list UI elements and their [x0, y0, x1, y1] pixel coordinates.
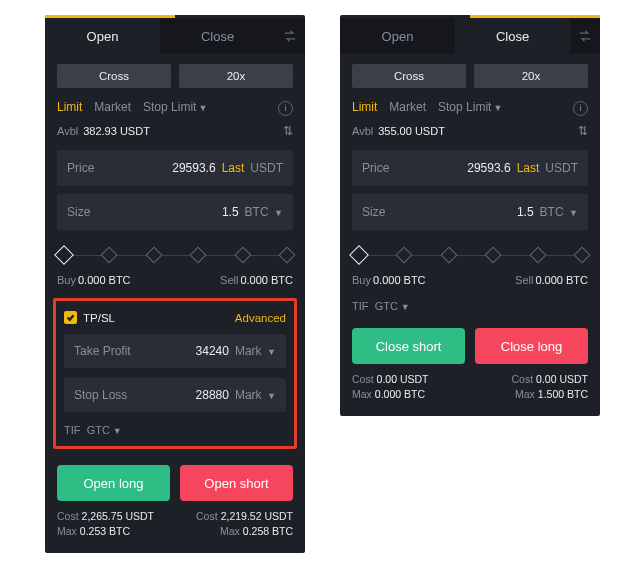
order-type-limit[interactable]: Limit	[352, 100, 377, 114]
tab-close[interactable]: Close	[160, 18, 275, 54]
margin-mode-button[interactable]: Cross	[57, 64, 171, 88]
stop-loss-input[interactable]: Stop Loss 28880 Mark ▼	[64, 378, 286, 412]
avbl-value: 355.00 USDT	[378, 125, 445, 137]
size-input[interactable]: Size 1.5 BTC ▼	[352, 194, 588, 230]
tif-value: GTC	[375, 300, 398, 312]
price-input[interactable]: Price 29593.6 Last USDT	[57, 150, 293, 186]
tif-row: TIF GTC▼	[340, 286, 600, 312]
max-long-label: Max	[515, 388, 535, 400]
margin-mode-button[interactable]: Cross	[352, 64, 466, 88]
cost-max-footer: Cost2,265.75 USDT Max0.253 BTC Cost2,219…	[57, 509, 293, 539]
open-long-button[interactable]: Open long	[57, 465, 170, 501]
open-close-tabs: Open Close	[340, 18, 600, 54]
slider-tick[interactable]	[190, 247, 207, 264]
price-label: Price	[67, 161, 94, 175]
price-last-button[interactable]: Last	[517, 161, 540, 175]
open-short-button[interactable]: Open short	[180, 465, 293, 501]
order-type-tabs: Limit Market Stop Limit▼ i	[45, 94, 305, 116]
cost-max-footer: Cost0.00 USDT Max0.000 BTC Cost0.00 USDT…	[352, 372, 588, 402]
size-label: Size	[362, 205, 385, 219]
tpsl-advanced-link[interactable]: Advanced	[235, 312, 286, 324]
buy-value: 0.000 BTC	[373, 274, 426, 286]
settings-icon[interactable]	[275, 18, 305, 54]
sell-value: 0.000 BTC	[535, 274, 588, 286]
chevron-down-icon: ▼	[493, 103, 502, 113]
chevron-down-icon: ▼	[567, 208, 578, 218]
chevron-down-icon: ▼	[401, 302, 410, 312]
slider-tick[interactable]	[440, 247, 457, 264]
avbl-label: Avbl	[352, 125, 373, 137]
size-unit: BTC	[540, 205, 564, 219]
tpsl-checkbox[interactable]	[64, 311, 77, 324]
order-type-stoplimit[interactable]: Stop Limit▼	[438, 100, 502, 114]
chevron-down-icon: ▼	[265, 347, 276, 357]
leverage-button[interactable]: 20x	[474, 64, 588, 88]
info-icon[interactable]: i	[573, 100, 588, 116]
settings-icon[interactable]	[570, 18, 600, 54]
available-balance-row: Avbl 382.93 USDT ⇅	[45, 116, 305, 142]
slider-handle[interactable]	[349, 245, 369, 265]
chevron-down-icon: ▼	[272, 208, 283, 218]
chevron-down-icon: ▼	[265, 391, 276, 401]
slider-tick[interactable]	[396, 247, 413, 264]
tab-close[interactable]: Close	[455, 18, 570, 54]
tpsl-header: TP/SL Advanced	[64, 311, 286, 324]
take-profit-input[interactable]: Take Profit 34240 Mark ▼	[64, 334, 286, 368]
size-value: 1.5	[517, 205, 534, 219]
slider-tick[interactable]	[234, 247, 251, 264]
slider-tick[interactable]	[529, 247, 546, 264]
action-buttons: Open long Open short	[57, 465, 293, 501]
buy-sell-readout: Buy0.000 BTC Sell0.000 BTC	[45, 268, 305, 286]
order-type-limit[interactable]: Limit	[57, 100, 82, 114]
order-type-stoplimit-label: Stop Limit	[143, 100, 196, 114]
price-unit: USDT	[250, 161, 283, 175]
size-slider[interactable]	[340, 230, 600, 268]
order-type-stoplimit[interactable]: Stop Limit▼	[143, 100, 207, 114]
max-long-value: 1.500 BTC	[538, 388, 588, 400]
order-type-market[interactable]: Market	[389, 100, 426, 114]
sell-value: 0.000 BTC	[240, 274, 293, 286]
slider-tick[interactable]	[574, 247, 591, 264]
close-long-button[interactable]: Close long	[475, 328, 588, 364]
cost-long-label: Cost	[57, 510, 79, 522]
sl-basis-select[interactable]: Mark ▼	[235, 388, 276, 402]
tp-basis-select[interactable]: Mark ▼	[235, 344, 276, 358]
margin-leverage-bar: Cross 20x	[45, 54, 305, 94]
slider-tick[interactable]	[485, 247, 502, 264]
size-input[interactable]: Size 1.5 BTC ▼	[57, 194, 293, 230]
leverage-button[interactable]: 20x	[179, 64, 293, 88]
swap-icon[interactable]: ⇅	[578, 124, 588, 138]
order-type-market[interactable]: Market	[94, 100, 131, 114]
price-value: 29593.6	[172, 161, 215, 175]
tif-select[interactable]: GTC▼	[87, 424, 122, 436]
chevron-down-icon: ▼	[198, 103, 207, 113]
sl-value: 28880	[196, 388, 229, 402]
tif-label: TIF	[352, 300, 369, 312]
size-unit-select[interactable]: BTC ▼	[540, 205, 578, 219]
slider-tick[interactable]	[145, 247, 162, 264]
size-slider[interactable]	[45, 230, 305, 268]
sl-label: Stop Loss	[74, 388, 127, 402]
swap-icon[interactable]: ⇅	[283, 124, 293, 138]
slider-handle[interactable]	[54, 245, 74, 265]
max-long-value: 0.253 BTC	[80, 525, 130, 537]
info-icon[interactable]: i	[278, 100, 293, 116]
cost-short-label: Cost	[352, 373, 374, 385]
tab-open[interactable]: Open	[45, 18, 160, 54]
price-last-button[interactable]: Last	[222, 161, 245, 175]
close-short-button[interactable]: Close short	[352, 328, 465, 364]
tp-label: Take Profit	[74, 344, 131, 358]
tif-select[interactable]: GTC▼	[375, 300, 410, 312]
buy-label: Buy	[57, 274, 76, 286]
size-unit: BTC	[245, 205, 269, 219]
cost-short-value: 0.00 USDT	[377, 373, 429, 385]
slider-tick[interactable]	[279, 247, 296, 264]
available-balance-row: Avbl 355.00 USDT ⇅	[340, 116, 600, 142]
slider-tick[interactable]	[101, 247, 118, 264]
price-input[interactable]: Price 29593.6 Last USDT	[352, 150, 588, 186]
cost-long-value: 0.00 USDT	[536, 373, 588, 385]
max-long-label: Max	[57, 525, 77, 537]
size-unit-select[interactable]: BTC ▼	[245, 205, 283, 219]
tab-open[interactable]: Open	[340, 18, 455, 54]
tp-basis: Mark	[235, 344, 262, 358]
